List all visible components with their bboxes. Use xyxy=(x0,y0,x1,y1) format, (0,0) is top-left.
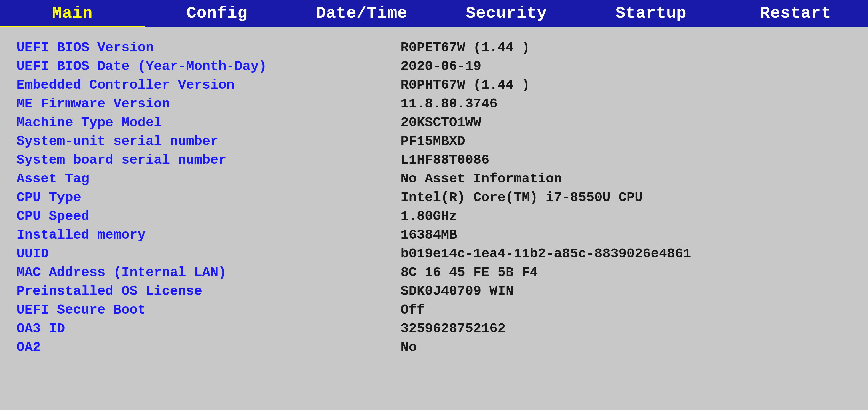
info-value-2: R0PHT67W (1.44 ) xyxy=(401,77,530,93)
info-row-13: Preinstalled OS LicenseSDK0J40709 WIN xyxy=(17,282,851,301)
info-row-5: System-unit serial numberPF15MBXD xyxy=(17,132,851,151)
info-value-4: 20KSCTO1WW xyxy=(401,115,482,130)
bios-screen: MainConfigDate/TimeSecurityStartupRestar… xyxy=(0,0,868,410)
info-value-3: 11.8.80.3746 xyxy=(401,96,497,112)
info-row-16: OA2No xyxy=(17,338,851,357)
info-row-1: UEFI BIOS Date (Year-Month-Day)2020-06-1… xyxy=(17,57,851,76)
info-value-16: No xyxy=(401,340,417,355)
info-label-9: CPU Speed xyxy=(17,209,401,224)
info-value-9: 1.80GHz xyxy=(401,209,457,224)
info-value-1: 2020-06-19 xyxy=(401,59,482,74)
info-label-15: OA3 ID xyxy=(17,321,401,336)
tab-startup[interactable]: Startup xyxy=(579,0,723,27)
tab-security[interactable]: Security xyxy=(434,0,579,27)
info-label-7: Asset Tag xyxy=(17,171,401,186)
info-label-11: UUID xyxy=(17,246,401,262)
info-value-14: Off xyxy=(401,302,425,318)
info-row-6: System board serial numberL1HF88T0086 xyxy=(17,151,851,169)
info-row-2: Embedded Controller VersionR0PHT67W (1.4… xyxy=(17,76,851,95)
info-label-14: UEFI Secure Boot xyxy=(17,302,401,318)
tab-bar: MainConfigDate/TimeSecurityStartupRestar… xyxy=(0,0,868,27)
info-value-7: No Asset Information xyxy=(401,171,562,186)
info-value-11: b019e14c-1ea4-11b2-a85c-8839026e4861 xyxy=(401,246,691,262)
info-label-5: System-unit serial number xyxy=(17,134,401,149)
tab-datetime[interactable]: Date/Time xyxy=(289,0,434,27)
info-label-10: Installed memory xyxy=(17,227,401,243)
info-value-8: Intel(R) Core(TM) i7-8550U CPU xyxy=(401,190,643,205)
info-row-0: UEFI BIOS VersionR0PET67W (1.44 ) xyxy=(17,38,851,57)
info-value-15: 3259628752162 xyxy=(401,321,506,336)
info-row-8: CPU TypeIntel(R) Core(TM) i7-8550U CPU xyxy=(17,188,851,207)
info-row-11: UUIDb019e14c-1ea4-11b2-a85c-8839026e4861 xyxy=(17,244,851,263)
info-row-7: Asset TagNo Asset Information xyxy=(17,169,851,188)
info-label-8: CPU Type xyxy=(17,190,401,205)
info-value-10: 16384MB xyxy=(401,227,457,243)
info-value-5: PF15MBXD xyxy=(401,134,465,149)
info-row-9: CPU Speed1.80GHz xyxy=(17,207,851,226)
info-value-0: R0PET67W (1.44 ) xyxy=(401,40,530,56)
info-row-4: Machine Type Model20KSCTO1WW xyxy=(17,113,851,132)
info-row-3: ME Firmware Version11.8.80.3746 xyxy=(17,95,851,113)
content-area: UEFI BIOS VersionR0PET67W (1.44 )UEFI BI… xyxy=(0,27,868,410)
info-label-0: UEFI BIOS Version xyxy=(17,40,401,56)
info-label-6: System board serial number xyxy=(17,152,401,168)
info-label-13: Preinstalled OS License xyxy=(17,283,401,299)
info-value-6: L1HF88T0086 xyxy=(401,152,489,168)
info-label-4: Machine Type Model xyxy=(17,115,401,130)
info-row-14: UEFI Secure BootOff xyxy=(17,301,851,319)
info-value-12: 8C 16 45 FE 5B F4 xyxy=(401,265,538,280)
info-row-12: MAC Address (Internal LAN)8C 16 45 FE 5B… xyxy=(17,263,851,282)
info-label-1: UEFI BIOS Date (Year-Month-Day) xyxy=(17,59,401,74)
tab-restart[interactable]: Restart xyxy=(723,0,868,27)
info-label-16: OA2 xyxy=(17,340,401,355)
tab-main[interactable]: Main xyxy=(0,0,145,27)
info-label-12: MAC Address (Internal LAN) xyxy=(17,265,401,280)
info-label-2: Embedded Controller Version xyxy=(17,77,401,93)
info-value-13: SDK0J40709 WIN xyxy=(401,283,514,299)
info-label-3: ME Firmware Version xyxy=(17,96,401,112)
tab-config[interactable]: Config xyxy=(145,0,289,27)
info-row-10: Installed memory16384MB xyxy=(17,226,851,244)
info-row-15: OA3 ID3259628752162 xyxy=(17,319,851,338)
